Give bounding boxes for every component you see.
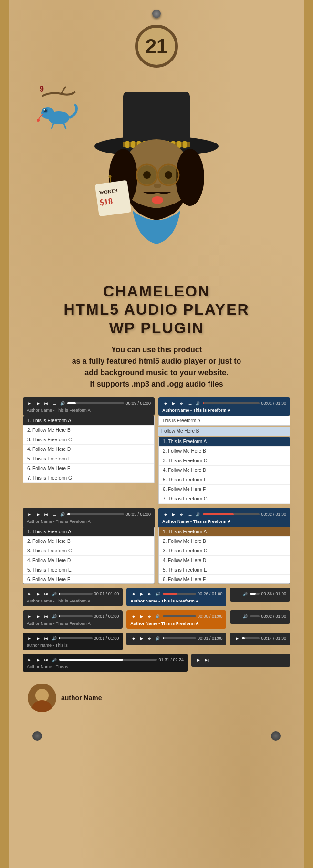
bp1-progress[interactable] (59, 593, 93, 595)
bp7-prev[interactable]: ⏮ (27, 635, 33, 642)
bp1-play[interactable]: ▶ (35, 591, 42, 597)
bp3-vol[interactable]: 🔊 (242, 591, 249, 597)
playlist-item-2-4[interactable]: 4. Follow Me Here D (159, 466, 290, 475)
bp3-progress[interactable] (250, 593, 260, 595)
inner-item-r-2[interactable]: 2. Follow Me Here B (159, 537, 290, 546)
playlist-item-1-6[interactable]: 6. Follow Me Here F (23, 464, 154, 473)
bp8-vol[interactable]: 🔊 (155, 635, 161, 642)
playlist-item-1-4[interactable]: 4. Follow Me Here D (23, 445, 154, 454)
play-btn-3[interactable]: ▶ (35, 511, 42, 518)
play-btn-2[interactable]: ▶ (170, 400, 177, 407)
bp10-progress[interactable] (59, 659, 157, 661)
vol-btn-2[interactable]: 🔊 (195, 400, 201, 407)
inner-item-r-4[interactable]: 4. Follow Me Here D (159, 556, 290, 565)
play-btn-4[interactable]: ▶ (170, 511, 177, 518)
play-btn-1[interactable]: ▶ (35, 400, 42, 407)
vol-btn-4[interactable]: 🔊 (195, 511, 201, 518)
playlist-item-2-5[interactable]: 5. This is Freeform E (159, 475, 290, 485)
progress-4[interactable] (203, 513, 260, 515)
inner-item-l-4[interactable]: 4. Follow Me Here D (23, 556, 154, 565)
bp7-next[interactable]: ⏭ (43, 635, 50, 642)
bp6-vol[interactable]: 🔊 (242, 613, 249, 620)
playlist-item-2-6[interactable]: 6. Follow Me Here F (159, 485, 290, 494)
bp9-play[interactable]: ▶ (234, 635, 240, 642)
next-btn-2[interactable]: ⏭ (178, 400, 185, 407)
bp10-play[interactable]: ▶ (35, 656, 42, 663)
bp5-play[interactable]: ▶ (138, 613, 145, 620)
next-btn-1[interactable]: ⏭ (43, 400, 50, 407)
bp4-prev[interactable]: ⏮ (27, 613, 33, 620)
bp8-next[interactable]: ⏭ (146, 635, 153, 642)
list-btn-4[interactable]: ☰ (187, 511, 193, 518)
bp1-prev[interactable]: ⏮ (27, 591, 33, 597)
playlist-item-2-1[interactable]: 1. This is Freeform A (159, 437, 290, 447)
inner-item-r-5[interactable]: 5. This is Freeform E (159, 565, 290, 575)
inner-item-l-6[interactable]: 6. Follow Me Here F (23, 575, 154, 584)
bp2-prev[interactable]: ⏮ (130, 591, 137, 597)
bp4-progress[interactable] (59, 615, 93, 617)
vol-btn-1[interactable]: 🔊 (59, 400, 66, 407)
progress-3[interactable] (67, 513, 124, 515)
prev-btn-3[interactable]: ⏮ (27, 511, 33, 518)
bp3-play[interactable]: ⏸ (234, 591, 240, 597)
inner-playlist-left[interactable]: 1. This is Freeform A 2. Follow Me Here … (23, 527, 155, 584)
bp4-vol[interactable]: 🔊 (51, 613, 58, 620)
bp8-play[interactable]: ▶ (138, 635, 145, 642)
playlist-item-2-7[interactable]: 7. This is Freeform G (159, 494, 290, 504)
prev-btn-2[interactable]: ⏮ (162, 400, 169, 407)
next-btn-4[interactable]: ⏭ (178, 511, 185, 518)
next-btn-3[interactable]: ⏭ (43, 511, 50, 518)
bp2-play[interactable]: ▶ (138, 591, 145, 597)
bp8-prev[interactable]: ⏮ (130, 635, 137, 642)
playlist-item-1-3[interactable]: 3. This is Freeform C (23, 435, 154, 445)
bp9-progress[interactable] (242, 637, 260, 639)
bp5-prev[interactable]: ⏮ (130, 613, 137, 620)
playlist-item-1-1[interactable]: 1. This is Freeform A (23, 416, 154, 426)
inner-item-r-3[interactable]: 3. This is Freeform C (159, 546, 290, 556)
playlist-item-1-7[interactable]: 7. This is Freeform G (23, 473, 154, 483)
bp7-play[interactable]: ▶ (35, 635, 42, 642)
inner-item-l-1[interactable]: 1. This is Freeform A (23, 527, 154, 537)
vol-btn-3[interactable]: 🔊 (59, 511, 66, 518)
playlist-item-1-5[interactable]: 5. This is Freeform E (23, 454, 154, 464)
playlist-item-2-3[interactable]: 3. This is Freeform C (159, 456, 290, 466)
prev-btn-1[interactable]: ⏮ (27, 400, 33, 407)
bp5-progress[interactable] (163, 615, 196, 617)
playlist-item-2-2[interactable]: 2. Follow Me Here B (159, 447, 290, 456)
bp2-progress[interactable] (163, 593, 196, 595)
bp2-vol[interactable]: 🔊 (155, 591, 161, 597)
bp6-progress[interactable] (250, 615, 260, 617)
inner-item-l-3[interactable]: 3. This is Freeform C (23, 546, 154, 556)
bp1-next[interactable]: ⏭ (43, 591, 50, 597)
search-field-2[interactable]: This is Freeform A (158, 416, 290, 426)
list-btn-3[interactable]: ☰ (51, 511, 58, 518)
list-btn-2[interactable]: ☰ (187, 400, 193, 407)
inner-item-l-2[interactable]: 2. Follow Me Here B (23, 537, 154, 546)
bp7-progress[interactable] (59, 637, 93, 639)
bp2-next[interactable]: ⏭ (146, 591, 153, 597)
inner-playlist-right[interactable]: 1. This is Freeform A 2. Follow Me Here … (158, 527, 290, 584)
bp4-play[interactable]: ▶ (35, 613, 42, 620)
progress-1[interactable] (67, 402, 124, 404)
bp7-vol[interactable]: 🔊 (51, 635, 58, 642)
bp5-vol[interactable]: 🔊 (155, 613, 161, 620)
bp10-vol[interactable]: 🔊 (51, 656, 58, 663)
playlist-1[interactable]: 1. This is Freeform A 2. Follow Me Here … (23, 416, 155, 483)
bp10-next[interactable]: ⏭ (43, 656, 50, 663)
inner-item-r-6[interactable]: 6. Follow Me Here F (159, 575, 290, 584)
playlist-2[interactable]: 1. This is Freeform A 2. Follow Me Here … (158, 437, 290, 504)
bp5-next[interactable]: ⏭ (146, 613, 153, 620)
bp6-play[interactable]: ⏸ (234, 613, 240, 620)
bp10-prev[interactable]: ⏮ (27, 656, 33, 663)
bp8-progress[interactable] (163, 637, 196, 639)
inner-item-l-5[interactable]: 5. This is Freeform E (23, 565, 154, 575)
bp4-next[interactable]: ⏭ (43, 613, 50, 620)
bp1-vol[interactable]: 🔊 (51, 591, 58, 597)
bp11-play[interactable]: ▶ (195, 656, 202, 663)
prev-btn-4[interactable]: ⏮ (162, 511, 169, 518)
progress-2[interactable] (203, 402, 260, 404)
list-btn-1[interactable]: ☰ (51, 400, 58, 407)
playlist-item-1-2[interactable]: 2. Follow Me Here B (23, 426, 154, 435)
inner-item-r-1[interactable]: 1. This is Freeform A (159, 527, 290, 537)
bp11-next[interactable]: ▶| (203, 656, 210, 663)
